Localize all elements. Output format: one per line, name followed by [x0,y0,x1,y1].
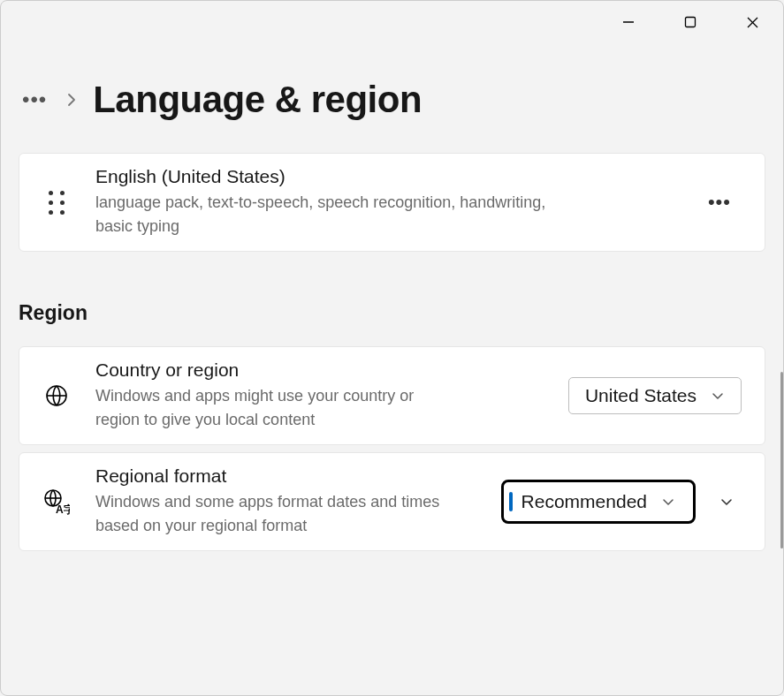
globe-icon [42,383,71,408]
chevron-down-icon [711,389,725,403]
regional-format-dropdown-value: Recommended [521,491,647,512]
country-dropdown-value: United States [585,385,696,406]
country-subtitle: Windows and apps might use your country … [95,384,449,432]
settings-content: ••• Language & region English (United St… [1,1,783,569]
minimize-button[interactable] [598,1,659,43]
page-title: Language & region [93,79,422,121]
language-item[interactable]: English (United States) language pack, t… [19,153,765,252]
maximize-button[interactable] [659,1,721,43]
expand-card-button[interactable] [712,487,742,517]
language-item-subtitle: language pack, text-to-speech, speech re… [95,191,555,238]
chevron-down-icon [661,495,675,509]
breadcrumb: ••• Language & region [19,79,765,121]
regional-format-dropdown[interactable]: Recommended [501,480,696,524]
svg-rect-1 [686,18,696,27]
country-region-card: Country or region Windows and apps might… [19,346,765,445]
close-button[interactable] [721,1,783,43]
regional-format-card: A字 Regional format Windows and some apps… [19,452,765,551]
regional-format-icon: A字 [42,488,71,515]
breadcrumb-more-icon[interactable]: ••• [19,84,50,116]
window-controls [598,1,783,43]
regional-format-title: Regional format [95,465,476,487]
chevron-right-icon [66,92,77,108]
regional-format-subtitle: Windows and some apps format dates and t… [95,490,449,538]
country-title: Country or region [95,359,544,381]
drag-handle-icon[interactable] [42,191,71,215]
language-item-more-button[interactable]: ••• [697,185,742,219]
scrollbar-thumb[interactable] [780,372,783,548]
svg-text:A字: A字 [56,503,70,515]
language-item-title: English (United States) [95,166,673,187]
region-section-header: Region [19,301,765,325]
country-dropdown[interactable]: United States [568,377,742,414]
